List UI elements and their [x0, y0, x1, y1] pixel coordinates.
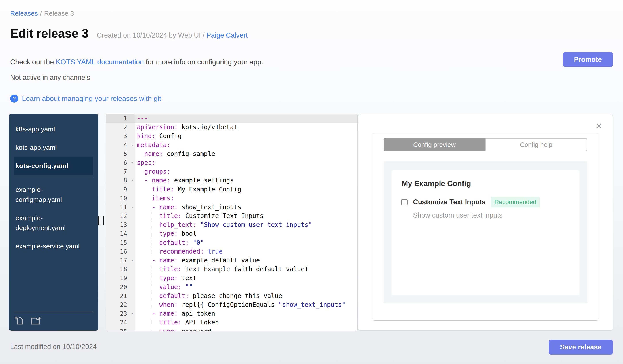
code-line-8[interactable]: 8▾ - name: example_settings — [106, 176, 357, 185]
code-text: help_text: "Show custom user text inputs… — [135, 221, 357, 229]
code-text: recommended: true — [135, 247, 357, 256]
code-text: name: config-sample — [135, 150, 357, 158]
code-line-20[interactable]: 20 value: "" — [106, 283, 357, 292]
config-preview-content: My Example Config Customize Text Inputs … — [384, 162, 587, 303]
promote-button[interactable]: Promote — [563, 52, 613, 67]
code-line-23[interactable]: 23▾ - name: api_token — [106, 309, 357, 318]
line-number: 5 — [106, 150, 135, 158]
file-list: k8s-app.yamlkots-app.yamlkots-config.yam… — [14, 120, 93, 255]
preview-tabbar: Config previewConfig help — [384, 138, 587, 151]
code-line-4[interactable]: 4▾metadata: — [106, 141, 357, 150]
code-text: metadata: — [135, 141, 357, 150]
code-line-24[interactable]: 24 title: API token — [106, 318, 357, 327]
code-text: - name: show_text_inputs — [135, 203, 357, 212]
save-release-button[interactable]: Save release — [549, 340, 613, 355]
code-text: apiVersion: kots.io/v1beta1 — [135, 123, 357, 132]
line-number: 25 — [106, 327, 135, 332]
code-line-2[interactable]: 2apiVersion: kots.io/v1beta1 — [106, 123, 357, 132]
breadcrumb-releases-link[interactable]: Releases — [10, 10, 38, 17]
line-number: 12 — [106, 212, 135, 221]
code-text: default: "0" — [135, 238, 357, 247]
line-number: 6▾ — [106, 158, 135, 167]
code-line-21[interactable]: 21 default: please change this value — [106, 292, 357, 300]
code-text: - name: api_token — [135, 309, 357, 318]
git-help-link[interactable]: ? Learn about managing your releases wit… — [10, 95, 161, 103]
config-item-help: Show custom user text inputs — [413, 211, 503, 219]
line-number: 18 — [106, 265, 135, 274]
line-number: 23▾ — [106, 309, 135, 318]
line-number: 22 — [106, 300, 135, 309]
created-meta: Created on 10/10/2024 by Web UI / Paige … — [97, 31, 248, 39]
code-line-5[interactable]: 5 name: config-sample — [106, 150, 357, 158]
code-text: groups: — [135, 167, 357, 176]
tab-config-help[interactable]: Config help — [485, 138, 587, 151]
sidebar-file-example-service.yaml[interactable]: example-service.yaml — [14, 237, 93, 255]
code-text: type: text — [135, 274, 357, 283]
code-line-13[interactable]: 13 help_text: "Show custom user text inp… — [106, 221, 357, 229]
sidebar-file-kots-config.yaml[interactable]: kots-config.yaml — [14, 157, 93, 175]
code-line-19[interactable]: 19 type: text — [106, 274, 357, 283]
help-icon: ? — [10, 95, 18, 103]
text-cursor — [137, 115, 137, 122]
code-line-7[interactable]: 7 groups: — [106, 167, 357, 176]
channel-status: Not active in any channels — [10, 74, 90, 81]
config-item-row: Customize Text Inputs Recommended — [401, 197, 540, 207]
config-group-card: My Example Config Customize Text Inputs … — [392, 170, 579, 295]
customize-text-inputs-checkbox[interactable] — [401, 199, 408, 205]
yaml-editor[interactable]: 1---2apiVersion: kots.io/v1beta13kind: C… — [106, 114, 358, 331]
code-line-6[interactable]: 6▾spec: — [106, 158, 357, 167]
code-line-3[interactable]: 3kind: Config — [106, 132, 357, 141]
line-number: 16 — [106, 247, 135, 256]
git-help-link-text[interactable]: Learn about managing your releases with … — [22, 95, 161, 103]
code-text: title: Text Example (with default value) — [135, 265, 357, 274]
fold-arrow-icon[interactable]: ▾ — [131, 309, 133, 318]
sidebar-resize-handle[interactable] — [98, 217, 104, 225]
code-text: type: password — [135, 327, 357, 332]
code-line-16[interactable]: 16 recommended: true — [106, 247, 357, 256]
line-number: 7 — [106, 167, 135, 176]
code-text: - name: example_settings — [135, 176, 357, 185]
fold-arrow-icon[interactable]: ▾ — [131, 176, 133, 185]
code-text: spec: — [135, 158, 357, 167]
code-text: when: repl{{ ConfigOptionEquals "show_te… — [135, 300, 357, 309]
sidebar-file-example-configmap.yaml[interactable]: example-configmap.yaml — [14, 181, 93, 209]
close-icon[interactable]: ✕ — [595, 122, 602, 130]
breadcrumb-current: Release 3 — [44, 10, 74, 17]
sidebar-file-example-deployment.yaml[interactable]: example-deployment.yaml — [14, 209, 93, 237]
code-text: --- — [135, 114, 357, 123]
kots-docs-link[interactable]: KOTS YAML documentation — [56, 58, 144, 66]
line-number: 17▾ — [106, 256, 135, 265]
code-text: title: Customize Text Inputs — [135, 212, 357, 221]
fold-arrow-icon[interactable]: ▾ — [131, 158, 133, 167]
code-line-1[interactable]: 1--- — [106, 114, 357, 123]
doc-text-after: for more info on configuring your app. — [144, 58, 263, 66]
code-line-22[interactable]: 22 when: repl{{ ConfigOptionEquals "show… — [106, 300, 357, 309]
code-line-17[interactable]: 17▾ - name: example_default_value — [106, 256, 357, 265]
line-number: 8▾ — [106, 176, 135, 185]
code-line-9[interactable]: 9 title: My Example Config — [106, 185, 357, 194]
author-link[interactable]: Paige Calvert — [206, 31, 248, 39]
recommended-badge: Recommended — [491, 197, 540, 207]
code-line-15[interactable]: 15 default: "0" — [106, 238, 357, 247]
sidebar-file-k8s-app.yaml[interactable]: k8s-app.yaml — [14, 120, 93, 138]
tab-config-preview[interactable]: Config preview — [384, 138, 485, 151]
breadcrumb-separator: / — [40, 10, 42, 17]
new-folder-icon — [30, 323, 43, 326]
sidebar-file-kots-app.yaml[interactable]: kots-app.yaml — [14, 138, 93, 157]
code-line-14[interactable]: 14 type: bool — [106, 229, 357, 238]
code-line-18[interactable]: 18 title: Text Example (with default val… — [106, 265, 357, 274]
new-file-button[interactable] — [14, 316, 24, 326]
fold-arrow-icon[interactable]: ▾ — [131, 141, 133, 150]
new-folder-button[interactable] — [30, 316, 43, 326]
fold-arrow-icon[interactable]: ▾ — [131, 256, 133, 265]
doc-note: Check out the KOTS YAML documentation fo… — [10, 58, 263, 66]
code-line-25[interactable]: 25 type: password — [106, 327, 357, 332]
code-line-11[interactable]: 11▾ - name: show_text_inputs — [106, 203, 357, 212]
code-text: title: API token — [135, 318, 357, 327]
code-line-12[interactable]: 12 title: Customize Text Inputs — [106, 212, 357, 221]
config-preview-box: Config previewConfig help My Example Con… — [373, 133, 599, 321]
config-group-title: My Example Config — [402, 179, 471, 188]
code-line-10[interactable]: 10 items: — [106, 194, 357, 203]
fold-arrow-icon[interactable]: ▾ — [131, 203, 133, 212]
line-number: 21 — [106, 292, 135, 300]
